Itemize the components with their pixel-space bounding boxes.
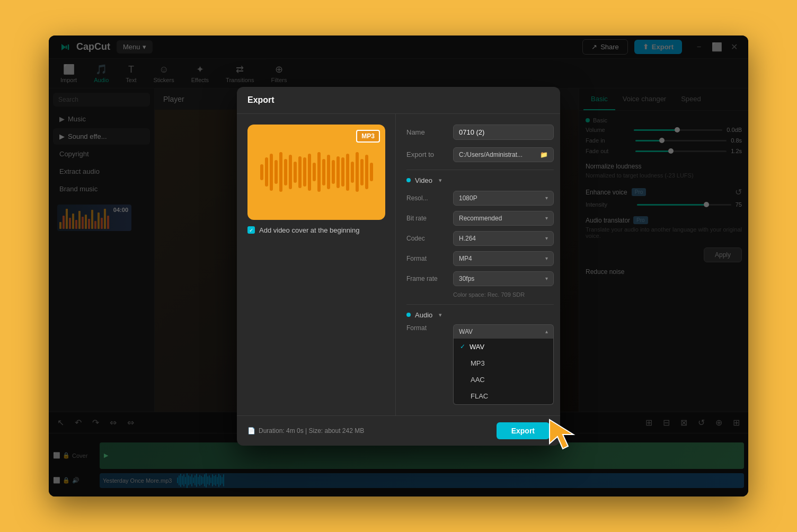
audio-format-dropdown: WAV ▴ ✓ WAV MP3 — [453, 324, 554, 405]
export-modal-button[interactable]: Export — [497, 422, 550, 439]
export-modal: Export MP3 — [237, 87, 560, 446]
modal-footer: 📄 Duration: 4m 0s | Size: about 242 MB E… — [237, 415, 560, 446]
bitrate-arrow: ▾ — [545, 215, 548, 221]
color-space-info: Color space: Rec. 709 SDR — [453, 291, 554, 298]
modal-left: MP3 — [237, 114, 396, 415]
framerate-select[interactable]: 30fps ▾ — [453, 271, 554, 286]
waveform-preview — [260, 151, 373, 193]
bitrate-row: Bit rate Recommended ▾ — [406, 211, 554, 226]
video-toggle[interactable] — [406, 178, 411, 182]
name-input[interactable] — [453, 125, 554, 140]
modal-overlay: Export MP3 — [49, 36, 748, 496]
resolution-select[interactable]: 1080P ▾ — [453, 191, 554, 206]
codec-arrow: ▾ — [545, 235, 548, 241]
audio-format-arrow: ▴ — [545, 329, 548, 334]
format-row: Format MP4 ▾ — [406, 251, 554, 266]
add-cover-checkbox[interactable]: ✓ — [247, 226, 255, 234]
resolution-arrow: ▾ — [545, 195, 548, 201]
format-select[interactable]: MP4 ▾ — [453, 251, 554, 266]
video-section-head: Video ▾ — [406, 176, 554, 184]
audio-format-selected[interactable]: WAV ▴ — [453, 324, 554, 339]
format-option-mp3[interactable]: MP3 — [454, 355, 553, 371]
format-arrow: ▾ — [545, 255, 548, 261]
format-option-wav[interactable]: ✓ WAV — [454, 339, 553, 355]
codec-select[interactable]: H.264 ▾ — [453, 231, 554, 246]
modal-title: Export — [237, 87, 560, 114]
check-icon: ✓ — [460, 343, 465, 350]
audio-toggle[interactable] — [406, 313, 411, 317]
framerate-arrow: ▾ — [545, 276, 548, 281]
add-cover-row[interactable]: ✓ Add video cover at the beginning — [247, 226, 385, 234]
modal-body: MP3 — [237, 114, 560, 415]
resolution-row: Resol... 1080P ▾ — [406, 191, 554, 206]
svg-marker-1 — [550, 420, 573, 449]
codec-row: Codec H.264 ▾ — [406, 231, 554, 246]
format-option-aac[interactable]: AAC — [454, 371, 553, 388]
audio-format-options: ✓ WAV MP3 AAC — [453, 339, 554, 405]
format-option-flac[interactable]: FLAC — [454, 388, 553, 404]
cursor-arrow — [544, 414, 581, 454]
bitrate-select[interactable]: Recommended ▾ — [453, 211, 554, 226]
duration-info: 📄 Duration: 4m 0s | Size: about 242 MB — [247, 427, 364, 435]
folder-icon[interactable]: 📁 — [540, 151, 548, 158]
framerate-row: Frame rate 30fps ▾ — [406, 271, 554, 286]
audio-format-row: Format WAV ▴ ✓ WAV — [406, 324, 554, 405]
audio-preview: MP3 — [247, 125, 385, 220]
name-row: Name — [406, 125, 554, 140]
export-path[interactable]: C:/Users/Administrat... 📁 — [453, 147, 554, 162]
app-window: CapCut Menu ▾ ↗ Share ⬆ Export － ⬜ ✕ ⬜ I… — [49, 36, 748, 496]
modal-right: Name Export to C:/Users/Administrat... 📁 — [396, 114, 564, 415]
export-to-row: Export to C:/Users/Administrat... 📁 — [406, 147, 554, 162]
audio-section-head: Audio ▾ — [406, 311, 554, 319]
mp3-badge: MP3 — [356, 130, 380, 143]
